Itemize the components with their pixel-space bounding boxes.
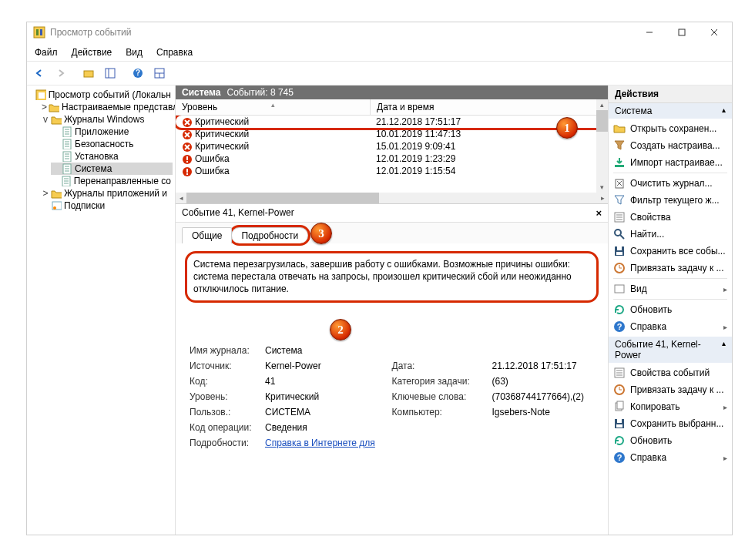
tab-general[interactable]: Общие xyxy=(182,227,232,243)
expand-icon[interactable] xyxy=(52,139,60,149)
scroll-up-icon[interactable]: ▴ xyxy=(596,99,608,110)
action-item[interactable]: ?Справка xyxy=(610,449,730,466)
event-row[interactable]: Критический21.12.2018 17:51:17 xyxy=(176,116,608,128)
event-row[interactable]: Критический15.01.2019 9:09:41 xyxy=(176,140,608,153)
expand-icon[interactable] xyxy=(52,126,60,137)
eventviewer-icon xyxy=(35,89,46,100)
minimize-button[interactable] xyxy=(633,23,666,42)
event-datetime: 12.01.2019 1:15:54 xyxy=(370,165,608,177)
horizontal-scrollbar[interactable]: ◂ ▸ xyxy=(176,193,608,203)
action-item[interactable]: Найти... xyxy=(610,226,730,243)
action-item[interactable]: Фильтр текущего ж... xyxy=(610,192,730,209)
expand-icon[interactable]: > xyxy=(42,102,47,112)
action-item[interactable]: Копировать xyxy=(610,398,730,415)
action-label: Свойства xyxy=(630,212,671,223)
task-icon xyxy=(613,384,626,396)
marker-1: 1 xyxy=(556,117,578,139)
action-item[interactable]: Вид xyxy=(610,280,730,297)
toolbar-explore-button[interactable] xyxy=(79,64,98,82)
error-icon xyxy=(182,154,192,164)
col-datetime[interactable]: Дата и время xyxy=(371,99,608,115)
tree-item[interactable]: Приложение xyxy=(51,126,173,138)
tree-item[interactable]: Перенаправленные со xyxy=(51,175,173,187)
action-item[interactable]: Сохранить все собы... xyxy=(610,243,730,260)
action-item[interactable]: Свойства событий xyxy=(610,364,730,381)
maximize-button[interactable] xyxy=(666,23,698,42)
sort-indicator-icon: ▴ xyxy=(271,101,275,109)
action-label: Импорт настраивае... xyxy=(630,157,723,168)
center-header: Система Событий: 8 745 xyxy=(176,86,608,99)
tree-item-label: Подписки xyxy=(64,200,105,211)
expand-icon[interactable] xyxy=(31,89,34,100)
actions-title: Действия xyxy=(609,86,732,103)
tree-item[interactable]: Подписки xyxy=(40,200,173,212)
vertical-scrollbar[interactable]: ▴ ▾ xyxy=(596,99,608,193)
svg-rect-0 xyxy=(34,27,45,38)
actions-section-system[interactable]: Система▴ xyxy=(609,103,732,119)
action-label: Найти... xyxy=(630,229,664,240)
svg-point-38 xyxy=(53,206,56,210)
col-level[interactable]: Уровень▴ xyxy=(176,99,371,115)
action-item[interactable]: Импорт настраивае... xyxy=(610,154,730,171)
action-label: Справка xyxy=(630,452,666,463)
event-list: Уровень▴ Дата и время Критический21.12.2… xyxy=(176,99,608,204)
action-item[interactable]: Открыть сохранен... xyxy=(610,120,730,137)
action-item[interactable]: Привязать задачу к ... xyxy=(610,260,730,277)
collapse-icon[interactable]: ▴ xyxy=(722,106,726,116)
tree-item[interactable]: >Журналы приложений и xyxy=(40,187,173,200)
props-icon xyxy=(613,367,626,379)
help-icon: ? xyxy=(613,451,626,464)
tree-item[interactable]: Безопасность xyxy=(51,138,173,150)
event-row[interactable]: Ошибка12.01.2019 1:15:54 xyxy=(176,165,608,177)
svg-rect-52 xyxy=(186,169,188,173)
tree-item[interactable]: >Настраиваемые представл xyxy=(40,101,173,113)
action-item[interactable]: Сохранить выбранн... xyxy=(610,415,730,432)
action-item[interactable]: Обновить xyxy=(610,301,730,318)
tree-item-label: Журналы приложений и xyxy=(64,188,167,199)
menu-view[interactable]: Вид xyxy=(122,45,146,59)
tree-item-label: Установка xyxy=(75,151,119,162)
action-label: Обновить xyxy=(630,304,672,315)
collapse-icon[interactable]: ▴ xyxy=(722,339,726,360)
detail-close-button[interactable]: × xyxy=(596,207,602,219)
tab-details[interactable]: Подробности xyxy=(231,227,308,243)
menu-file[interactable]: Файл xyxy=(32,45,61,59)
menu-help[interactable]: Справка xyxy=(153,45,196,59)
critical-icon xyxy=(182,129,192,139)
scroll-right-icon[interactable]: ▸ xyxy=(597,193,608,203)
scroll-down-icon[interactable]: ▾ xyxy=(596,182,608,193)
action-label: Привязать задачу к ... xyxy=(630,263,724,273)
folder-icon xyxy=(49,102,59,112)
svg-rect-49 xyxy=(186,156,188,160)
menu-action[interactable]: Действие xyxy=(69,45,116,59)
toolbar-layout-button[interactable] xyxy=(150,64,169,82)
actions-section-event[interactable]: Событие 41, Kernel-Power▴ xyxy=(609,337,732,363)
action-item[interactable]: Очистить журнал... xyxy=(610,175,730,192)
toolbar-help-button[interactable]: ? xyxy=(129,64,147,82)
event-row[interactable]: Ошибка12.01.2019 1:23:29 xyxy=(176,153,608,165)
critical-icon xyxy=(182,142,192,152)
online-help-link[interactable]: Справка в Интернете для xyxy=(265,438,375,448)
action-item[interactable]: ?Справка xyxy=(610,318,730,335)
tree-item[interactable]: Система xyxy=(51,163,173,175)
action-item[interactable]: Привязать задачу к ... xyxy=(610,381,730,398)
expand-icon[interactable] xyxy=(52,151,60,162)
event-row[interactable]: Критический10.01.2019 11:47:13 xyxy=(176,128,608,140)
tree-item[interactable]: vЖурналы Windows xyxy=(40,113,173,126)
action-item[interactable]: Обновить xyxy=(610,432,730,449)
close-button[interactable] xyxy=(698,23,730,42)
expand-icon[interactable] xyxy=(52,176,59,186)
expand-icon[interactable]: v xyxy=(42,114,49,125)
toolbar-panel-button[interactable] xyxy=(101,64,119,82)
back-button[interactable] xyxy=(30,64,49,82)
expand-icon[interactable] xyxy=(42,200,49,211)
expand-icon[interactable] xyxy=(52,163,60,174)
action-item[interactable]: Свойства xyxy=(610,209,730,226)
action-item[interactable]: Создать настраива... xyxy=(610,137,730,154)
tree-item-label: Приложение xyxy=(75,126,129,137)
expand-icon[interactable]: > xyxy=(42,188,49,199)
forward-button[interactable] xyxy=(52,64,70,82)
tree-item[interactable]: Просмотр событий (Локальн xyxy=(29,89,173,101)
tree-item[interactable]: Установка xyxy=(51,150,173,163)
scroll-left-icon[interactable]: ◂ xyxy=(176,193,186,203)
